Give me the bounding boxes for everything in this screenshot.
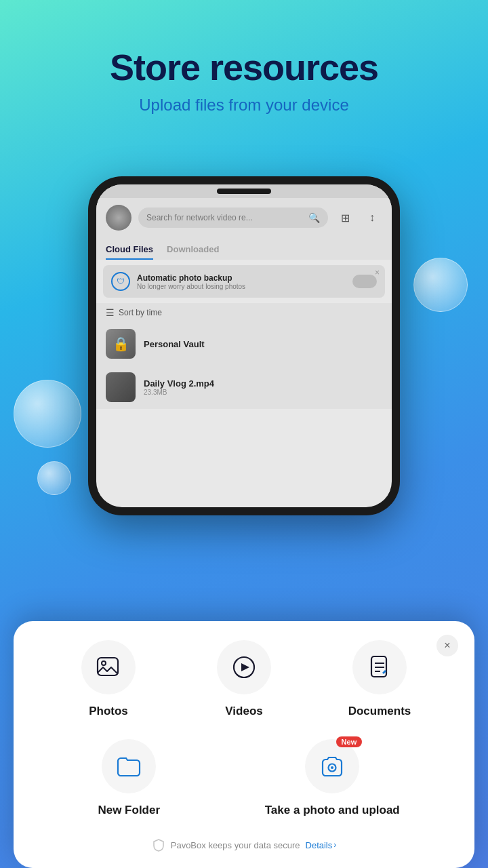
sort-label: Sort by time — [119, 308, 162, 317]
new-folder-icon-wrap — [102, 739, 156, 793]
videos-icon-wrap — [217, 640, 271, 694]
bubble-decoration — [14, 380, 81, 448]
bubble-decoration — [413, 258, 468, 312]
camera-icon — [319, 753, 346, 780]
sheet-row-2: New Folder New Take a photo and upload — [41, 739, 447, 818]
new-folder-icon — [115, 753, 142, 780]
sheet-item-documents[interactable]: Documents — [339, 640, 420, 719]
security-shield-icon — [152, 838, 165, 852]
search-icon: 🔍 — [308, 212, 320, 223]
file-item-vault[interactable]: 🔒 Personal Vault — [96, 322, 392, 366]
search-placeholder: Search for network video re... — [146, 213, 304, 222]
backup-toggle[interactable] — [352, 275, 377, 288]
take-photo-label: Take a photo and upload — [265, 803, 400, 818]
svg-marker-3 — [241, 663, 249, 671]
file-item-video[interactable]: Daily Vlog 2.mp4 23.3MB — [96, 366, 392, 409]
tab-cloud-files[interactable]: Cloud Files — [106, 240, 153, 260]
sheet-item-videos[interactable]: Videos — [203, 640, 285, 719]
phone-mockup: Search for network video re... 🔍 ⊞ ↕ Clo… — [88, 176, 400, 515]
video-thumbnail — [106, 372, 136, 402]
phone-screen: Search for network video re... 🔍 ⊞ ↕ Clo… — [96, 184, 392, 507]
page-title: Store resources — [0, 47, 488, 87]
svg-rect-0 — [98, 658, 118, 675]
sort-list-icon: ☰ — [106, 307, 115, 318]
vault-name: Personal Vault — [144, 339, 205, 349]
documents-label: Documents — [348, 704, 411, 719]
filter-icon[interactable]: ⊞ — [335, 208, 355, 228]
new-badge: New — [336, 736, 363, 747]
close-banner-button[interactable]: × — [375, 268, 380, 277]
avatar-image — [106, 205, 131, 231]
header-section: Store resources Upload files from your d… — [0, 0, 488, 135]
shield-icon: 🛡 — [111, 272, 130, 291]
sheet-row-1: Photos Videos D — [41, 640, 447, 719]
videos-label: Videos — [225, 704, 262, 719]
video-info: Daily Vlog 2.mp4 23.3MB — [144, 378, 214, 396]
svg-point-9 — [331, 766, 333, 769]
backup-title: Automatic photo backup — [137, 273, 346, 283]
take-photo-icon-wrap: New — [305, 739, 359, 793]
backup-subtitle: No longer worry about losing photos — [137, 283, 346, 290]
security-text: PavoBox keeps your data secure — [171, 840, 300, 850]
videos-icon — [230, 654, 258, 681]
photos-icon-wrap — [81, 640, 136, 694]
documents-icon — [366, 654, 393, 681]
sort-row[interactable]: ☰ Sort by time — [96, 303, 392, 322]
phone-status-bar — [96, 184, 392, 198]
page-subtitle: Upload files from your device — [0, 96, 488, 115]
app-bar: Search for network video re... 🔍 ⊞ ↕ — [96, 198, 392, 237]
documents-icon-wrap — [352, 640, 407, 694]
sort-icon[interactable]: ↕ — [362, 208, 382, 228]
phone-notch — [217, 189, 271, 194]
search-bar[interactable]: Search for network video re... 🔍 — [138, 208, 328, 228]
bottom-sheet: × Photos Videos — [14, 621, 474, 868]
backup-text: Automatic photo backup No longer worry a… — [137, 273, 346, 290]
photos-label: Photos — [89, 704, 128, 719]
sheet-item-take-photo[interactable]: New Take a photo and upload — [265, 739, 400, 818]
tab-downloaded[interactable]: Downloaded — [167, 240, 219, 260]
close-sheet-button[interactable]: × — [436, 635, 458, 656]
sheet-item-new-folder[interactable]: New Folder — [88, 739, 169, 818]
chevron-right-icon: › — [333, 840, 336, 850]
photos-icon — [95, 654, 122, 681]
vault-thumbnail: 🔒 — [106, 329, 136, 359]
backup-banner: 🛡 Automatic photo backup No longer worry… — [103, 265, 385, 298]
details-link[interactable]: Details › — [306, 840, 337, 850]
sheet-item-photos[interactable]: Photos — [68, 640, 149, 719]
avatar[interactable] — [106, 205, 131, 231]
bubble-decoration — [37, 461, 71, 495]
new-folder-label: New Folder — [98, 803, 160, 818]
tabs-row: Cloud Files Downloaded — [96, 237, 392, 260]
svg-point-1 — [102, 661, 106, 665]
security-footer: PavoBox keeps your data secure Details › — [41, 838, 447, 852]
